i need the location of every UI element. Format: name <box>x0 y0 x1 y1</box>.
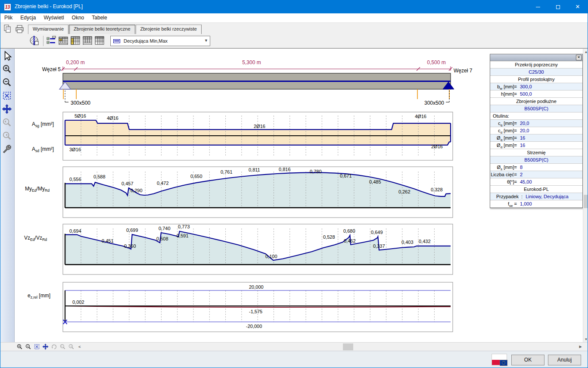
svg-text:0,650: 0,650 <box>190 174 202 179</box>
panel-kv-row: Liczba cięć=2 <box>490 171 582 178</box>
svg-text:VzEd/VzRd: VzEd/VzRd <box>24 235 47 242</box>
title-bar[interactable]: 13 Zbrojenie belki - Eurokod [PL] ✕ <box>0 0 588 13</box>
properties-panel: ✕ Przekrój poprzecznyC25/30Profil prosto… <box>490 54 583 208</box>
svg-text:4Ø16: 4Ø16 <box>107 115 118 121</box>
svg-text:0,500 m: 0,500 m <box>427 59 445 65</box>
svg-text:0,671: 0,671 <box>340 173 352 178</box>
table-dimensions-icon[interactable] <box>82 35 93 46</box>
panel-kv-row: h[mm]=500,0 <box>490 90 582 98</box>
panel-kv-row: bw [mm]=300,0 <box>490 83 582 90</box>
svg-text:0,337: 0,337 <box>373 243 385 249</box>
menu-item-plik[interactable]: Plik <box>0 13 16 22</box>
app-window: 13 Zbrojenie belki - Eurokod [PL] ✕ Plik… <box>0 0 588 368</box>
window-title: Zbrojenie belki - Eurokod [PL] <box>15 3 83 9</box>
case-combobox[interactable]: Decydująca Min,Max ▼ <box>110 36 210 46</box>
svg-text:0,528: 0,528 <box>323 234 335 240</box>
collapse-icon[interactable]: < <box>77 343 84 350</box>
close-button[interactable]: ✕ <box>568 0 588 13</box>
dialog-footer: OK Anuluj <box>0 351 588 368</box>
copy-icon[interactable] <box>2 24 13 34</box>
panel-kv-row: cd [mm]=20,0 <box>490 127 582 134</box>
panel-section-header: Przekrój poprzeczny <box>490 61 582 69</box>
scroll-up-icon[interactable]: ▲ <box>583 49 588 55</box>
svg-text:0,694: 0,694 <box>69 228 81 234</box>
zoom-out-icon[interactable] <box>25 343 32 350</box>
table-yellow-col-icon[interactable] <box>70 35 81 46</box>
table-yellow-row-icon[interactable] <box>58 35 69 46</box>
zoom-in-icon[interactable] <box>16 343 24 350</box>
client-area: 0,200 m5,300 m0,500 m300x500300x500Węzeł… <box>0 48 588 342</box>
tab-zbrojenie-belki-teoretyczne[interactable]: Zbrojenie belki teoretyczne <box>69 25 135 34</box>
toolbar-display: Decydująca Min,Max ▼ <box>0 34 588 48</box>
svg-text:0,403: 0,403 <box>401 240 414 245</box>
svg-text:5Ø16: 5Ø16 <box>75 113 86 119</box>
svg-text:Asg [mm²]: Asg [mm²] <box>32 121 54 128</box>
zoom-previous-icon <box>59 343 67 350</box>
case-icon <box>113 39 120 43</box>
svg-text:0,773: 0,773 <box>178 224 190 229</box>
svg-text:0,290: 0,290 <box>131 188 143 193</box>
menu-item-edycja[interactable]: Edycja <box>16 13 40 22</box>
deflection-chart: 20,0000,002-1,575-20,000ez,rel [mm] <box>28 282 453 332</box>
menu-item-okno[interactable]: Okno <box>68 13 88 22</box>
panel-label-row: Otulina: <box>490 112 582 120</box>
maximize-button[interactable] <box>548 0 568 13</box>
case-combobox-value: Decydująca Min,Max <box>124 38 168 44</box>
svg-text:0,472: 0,472 <box>157 181 169 186</box>
reinforcement-chart: 5Ø164Ø162Ø164Ø163Ø162Ø16Asg [mm²]Asd [mm… <box>32 112 453 160</box>
vertical-scrollbar-thumb[interactable] <box>584 195 588 208</box>
tab-wymiarowanie[interactable]: Wymiarowanie <box>28 25 68 34</box>
properties-panel-header[interactable]: ✕ <box>490 54 582 61</box>
zoom-next-icon <box>68 343 75 350</box>
panel-value-row: B500SP(C) <box>490 105 582 112</box>
menu-item-tabele[interactable]: Tabele <box>88 13 111 22</box>
svg-text:0,457: 0,457 <box>121 181 134 186</box>
section-display-icon[interactable] <box>29 35 40 46</box>
panel-close-icon[interactable]: ✕ <box>576 55 582 60</box>
print-icon[interactable] <box>14 24 25 34</box>
panel-kv-row: Øg [mm]=16 <box>490 134 582 142</box>
checklist-icon[interactable] <box>46 35 57 46</box>
toolbar-tabs: WymiarowanieZbrojenie belki teoretyczneZ… <box>0 23 588 34</box>
ok-button[interactable]: OK <box>511 355 544 365</box>
scroll-down-icon[interactable]: ▼ <box>583 336 588 343</box>
zoom-window-icon[interactable] <box>34 343 41 350</box>
chevron-down-icon: ▼ <box>204 38 208 43</box>
table-grid-icon[interactable] <box>94 35 105 46</box>
svg-text:20,000: 20,000 <box>249 284 264 290</box>
svg-text:0,816: 0,816 <box>279 167 291 172</box>
svg-text:0,780: 0,780 <box>310 169 322 174</box>
svg-text:0,360: 0,360 <box>124 243 136 249</box>
svg-text:0,451: 0,451 <box>102 238 114 243</box>
svg-text:0,002: 0,002 <box>72 299 84 305</box>
svg-text:0,508: 0,508 <box>156 236 168 241</box>
svg-text:<: < <box>78 344 81 349</box>
svg-text:0,485: 0,485 <box>369 179 381 184</box>
panel-section-header: Strzemię <box>490 149 582 156</box>
minimize-button[interactable] <box>528 0 548 13</box>
svg-text:Węzeł 5: Węzeł 5 <box>42 66 61 72</box>
svg-text:300x500: 300x500 <box>424 100 444 106</box>
svg-text:0,591: 0,591 <box>177 233 189 238</box>
vertical-scrollbar[interactable]: ▲ ▼ <box>583 49 588 343</box>
svg-text:0,200 m: 0,200 m <box>66 59 84 65</box>
tab-zbrojenie-belki-rzeczywiste[interactable]: Zbrojenie belki rzeczywiste <box>136 25 202 34</box>
panel-section-header: Zbrojenie podłużne <box>490 98 582 105</box>
pan-icon[interactable] <box>42 343 50 350</box>
scroll-right-icon[interactable]: ▶ <box>578 343 583 350</box>
horizontal-scrollbar-thumb[interactable] <box>343 343 353 350</box>
svg-text:0,761: 0,761 <box>221 169 233 175</box>
menu-item-wywietl[interactable]: Wyświetl <box>40 13 68 22</box>
panel-kv-row: Ød [mm]=16 <box>490 142 582 149</box>
my-ratio-chart: 0,5560,5880,4570,2900,4720,6500,7610,811… <box>25 167 453 218</box>
cancel-button[interactable]: Anuluj <box>548 355 581 365</box>
poland-flag-icon[interactable] <box>492 354 507 365</box>
view-previous-icon <box>51 343 58 350</box>
svg-text:MyEd/MyRd: MyEd/MyRd <box>25 186 50 193</box>
svg-text:5,300 m: 5,300 m <box>242 59 261 65</box>
svg-text:0,680: 0,680 <box>343 228 355 234</box>
svg-text:Asd [mm²]: Asd [mm²] <box>32 146 54 153</box>
panel-value-row: B500SP(C) <box>490 156 582 164</box>
panel-kv-row: θ[°]=45,00 <box>490 178 582 186</box>
svg-text:0,462: 0,462 <box>344 238 356 243</box>
